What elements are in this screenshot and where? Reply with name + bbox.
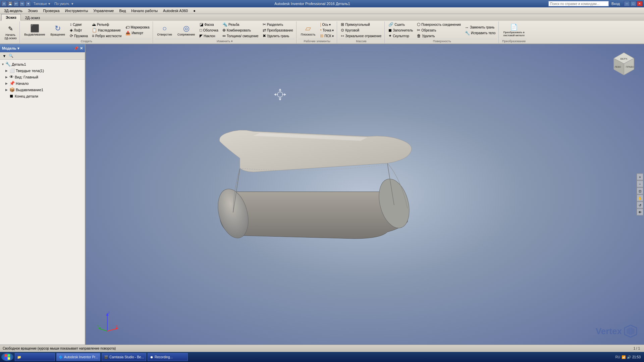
tree-item-tverdye-tela[interactable]: ▶ ⬜ Твердые тела(1) xyxy=(0,67,85,74)
tree-item-nachalo[interactable]: ▶ 📌 Начало xyxy=(0,80,85,86)
tree-item-vydavlivanie1[interactable]: ▶ 📦 Выдавливание1 xyxy=(0,86,85,93)
menu-3dmodel[interactable]: 3Д-модель xyxy=(1,8,25,13)
btn-loft[interactable]: ◈Лофт xyxy=(68,27,90,33)
ribbon-content: ✎ Начать 2Д-эскиз ⬛ Выдавливание ↻ Враще… xyxy=(0,21,644,44)
btn-obolochka[interactable]: □Оболочка xyxy=(198,27,220,33)
btn-import[interactable]: 📥Импорт xyxy=(124,31,151,36)
item-icon: 📦 xyxy=(9,87,15,92)
qa-more[interactable]: ▾ xyxy=(25,1,31,6)
btn-rezba[interactable]: 🔩Резьба xyxy=(221,22,260,27)
look-button[interactable]: 👁 xyxy=(637,209,643,216)
btn-tolshina[interactable]: ⇔Толщина/ смещение xyxy=(221,33,260,39)
app-title: Autodesk Inventor Professional 2016 Дета… xyxy=(76,2,549,6)
btn-kombinirovanie[interactable]: ⊕Комбинировать xyxy=(221,27,260,33)
menu-eskiz[interactable]: Эскиз xyxy=(25,8,40,13)
qa-save[interactable]: 💾 xyxy=(7,1,13,6)
btn-psk[interactable]: ⊞ПСК ▾ xyxy=(318,33,335,39)
btn-nasledovanie[interactable]: 📋Наследование xyxy=(90,27,123,33)
qa-undo[interactable]: ↩ xyxy=(13,1,19,6)
btn-rebro-zhestkosti[interactable]: ≡Ребро жесткости xyxy=(90,33,123,39)
tree-item-konets-detali[interactable]: ⏹ Конец детали xyxy=(0,93,85,99)
restore-button[interactable]: □ xyxy=(630,1,636,6)
btn-zapol[interactable]: ◼Заполнитель xyxy=(387,27,415,33)
filter-button[interactable]: ▼ xyxy=(1,53,7,59)
tree-item-vid-glavny[interactable]: ▶ 👁 Вид: Главный xyxy=(0,74,85,80)
pan-button[interactable]: ✋ xyxy=(637,195,643,201)
vertex-text: Vertex xyxy=(596,326,622,337)
svg-text:Z: Z xyxy=(108,311,110,314)
svg-text:ВЕРХ: ВЕРХ xyxy=(621,57,628,60)
zoom-out-button[interactable]: − xyxy=(637,181,643,187)
view-controls: + − ⊡ ✋ ↺ 👁 xyxy=(637,174,644,216)
qa-redo[interactable]: ↪ xyxy=(19,1,25,6)
btn-skulptor[interactable]: ✦Скульптор xyxy=(387,33,415,39)
btn-krugovy[interactable]: ⊙Круговой xyxy=(339,27,383,33)
close-button[interactable]: ✕ xyxy=(637,1,643,6)
btn-sdvig[interactable]: ↕Сдвиг xyxy=(68,22,90,27)
btn-tochka[interactable]: •Точка ▾ xyxy=(318,27,335,33)
tree-item-detal1[interactable]: ▼ 🔧 Деталь1 xyxy=(0,61,85,67)
ribbon: Эскиз 2Д-эскиз ✎ Начать 2Д-эскиз ⬛ Выдав… xyxy=(0,14,644,44)
profile-dropdown[interactable]: ▾ xyxy=(48,2,50,6)
btn-markirovka[interactable]: 🏷Маркировка xyxy=(124,25,151,30)
search-tree-button[interactable]: 🔍 xyxy=(8,53,14,59)
menu-vid[interactable]: Вид xyxy=(116,8,128,13)
coordinate-axes: Z X Y xyxy=(96,311,116,331)
tab-eskiz[interactable]: Эскиз xyxy=(1,14,21,21)
sidebar-pin[interactable]: 📌 xyxy=(74,46,78,51)
btn-ispravit[interactable]: 🔧Исправить тело xyxy=(463,31,497,36)
menu-upravlenie[interactable]: Управление xyxy=(91,8,116,13)
view-label: По умолч. xyxy=(54,2,70,6)
btn-sshit[interactable]: 🔗Сшить xyxy=(387,22,415,27)
sidebar-close[interactable]: ✕ xyxy=(80,46,83,51)
svg-marker-19 xyxy=(284,93,286,96)
btn-udalit[interactable]: 🗑Удалить xyxy=(415,33,463,39)
btn-pruzhina[interactable]: ⟳Пружина xyxy=(68,33,90,39)
btn-preobrazovanie[interactable]: ⇄Преобразование xyxy=(261,27,295,33)
menu-a360[interactable]: Autodesk A360 xyxy=(160,8,191,13)
search-input[interactable] xyxy=(548,1,609,6)
btn-razdelit[interactable]: ✂Разделить xyxy=(261,22,295,27)
btn-naklon[interactable]: ◤Наклон xyxy=(198,33,220,39)
viewport[interactable]: ВЕРХ ПРАВО ЛЕВО xyxy=(86,44,644,345)
btn-start-2d-eskiz[interactable]: ✎ Начать 2Д-эскиз xyxy=(3,24,18,41)
btn-sopryazhenie[interactable]: ◎ Сопряжение xyxy=(175,21,197,39)
btn-relef[interactable]: ⛰Рельеф xyxy=(90,22,123,27)
menu-extra[interactable]: ● xyxy=(191,8,198,13)
btn-obrezat[interactable]: ✂Обрезать xyxy=(415,27,463,33)
btn-faska[interactable]: ◪Фаска xyxy=(198,22,220,27)
menu-nachalo-raboty[interactable]: Начало работы xyxy=(128,8,160,13)
btn-zamenit-gran[interactable]: ↔Заменить грань xyxy=(463,25,497,30)
view-dropdown[interactable]: ▾ xyxy=(71,2,73,6)
zoom-fit-button[interactable]: ⊡ xyxy=(637,188,643,194)
zoom-in-button[interactable]: + xyxy=(637,174,643,180)
btn-otverstie[interactable]: ○ Отверстие xyxy=(155,21,174,39)
app-logo[interactable]: A xyxy=(1,1,7,6)
start-button[interactable] xyxy=(1,353,13,361)
taskbar-recording[interactable]: ⏺ Recording... xyxy=(148,353,188,361)
menu-proverka[interactable]: Проверка xyxy=(40,8,62,13)
btn-vydavlivanie[interactable]: ⬛ Выдавливание xyxy=(22,21,47,39)
menu-instrumenty[interactable]: Инструменты xyxy=(62,8,91,13)
taskbar-inventor[interactable]: 🔷 Autodesk Inventor Pr... xyxy=(56,353,100,361)
btn-pryamougolny[interactable]: ⊞Прямоугольный xyxy=(339,22,383,27)
rotate-button[interactable]: ↺ xyxy=(637,202,643,208)
taskbar-camtasia[interactable]: 🎬 Camtasia Studio - Be... xyxy=(102,353,146,361)
login-link[interactable]: Вход xyxy=(611,2,620,6)
btn-pov-soed[interactable]: ⬡Поверхность соединения xyxy=(415,22,463,27)
clock: 21:53 xyxy=(632,355,641,359)
btn-zerkalnoe[interactable]: ⇿Зеркальное отражение xyxy=(339,33,383,39)
tab-2d-eskiz[interactable]: 2Д-эскиз xyxy=(21,14,44,21)
model-tree: ▼ 🔧 Деталь1 ▶ ⬜ Твердые тела(1) ▶ 👁 Вид:… xyxy=(0,60,85,345)
btn-vrashenie[interactable]: ↻ Вращение xyxy=(48,21,67,39)
sidebar: Модель ▾ 📌 ✕ ▼ 🔍 ▼ 🔧 Деталь1 ▶ ⬜ Твердые… xyxy=(0,44,86,345)
btn-os[interactable]: |Ось ▾ xyxy=(318,22,335,27)
group-modify-label: Изменить ▾ xyxy=(155,39,295,43)
btn-udalit-gran[interactable]: ✖Удалить грань xyxy=(261,33,295,39)
btn-preobr-listovoy[interactable]: 📄 Преобразовать в листовой металл xyxy=(501,21,527,39)
btn-ploskost[interactable]: ▱ Плоскость xyxy=(299,21,318,39)
taskbar-file-explorer[interactable]: 📁 xyxy=(15,353,55,361)
item-icon: 👁 xyxy=(9,74,14,79)
minimize-button[interactable]: ─ xyxy=(624,1,630,6)
nav-cube[interactable]: ВЕРХ ПРАВО ЛЕВО xyxy=(610,51,637,78)
